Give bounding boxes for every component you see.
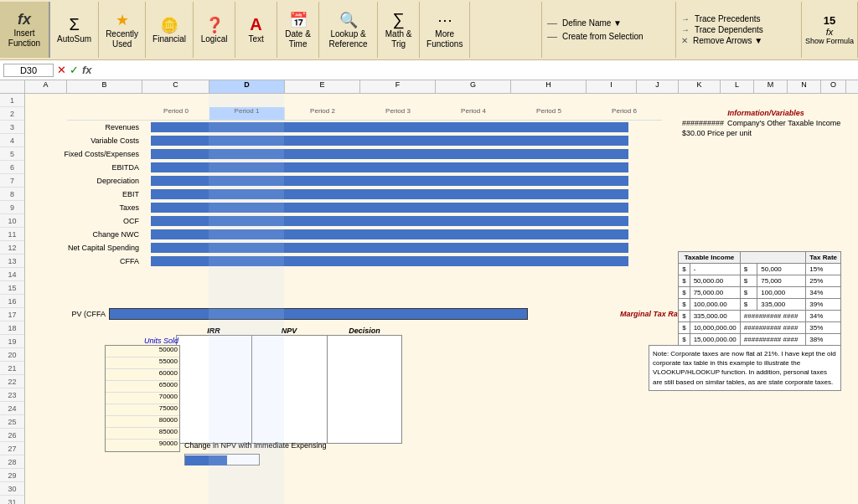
lookup-reference-button[interactable]: 🔍 Lookup & Reference <box>319 2 378 58</box>
col-header-h[interactable]: H <box>511 80 587 93</box>
logical-label: Logical <box>201 34 228 44</box>
financial-button[interactable]: 🪙 Financial <box>146 2 194 58</box>
col-header-d[interactable]: D <box>209 80 285 93</box>
row-num-9: 9 <box>0 201 24 214</box>
note-box: Note: Corporate taxes are now flat at 21… <box>649 345 841 391</box>
row-num-17: 17 <box>0 308 24 321</box>
row-num-27: 27 <box>0 442 24 455</box>
create-from-selection-button[interactable]: — Create from Selection <box>547 31 670 43</box>
unit-60000: 60000 <box>106 369 179 381</box>
star-icon: ★ <box>116 11 129 29</box>
insert-function-button[interactable]: fx Insert Function <box>0 2 50 58</box>
cffa-label: CFFA <box>25 257 142 265</box>
cancel-icon[interactable]: ✕ <box>57 64 66 76</box>
row-num-10: 10 <box>0 214 24 228</box>
col-header-a[interactable]: A <box>25 80 67 93</box>
col-header-n[interactable]: N <box>788 80 821 93</box>
unit-80000: 80000 <box>106 416 179 428</box>
units-sold-body: 50000 55000 60000 65000 70000 75000 8000… <box>105 345 180 452</box>
unit-75000: 75000 <box>106 404 179 416</box>
create-from-selection-label: Create from Selection <box>562 32 644 41</box>
lookup-icon: 🔍 <box>339 11 358 29</box>
col-header-i[interactable]: I <box>587 80 637 93</box>
confirm-icon[interactable]: ✓ <box>70 64 79 76</box>
fixed-costs-bar <box>151 149 628 159</box>
recently-used-button[interactable]: ★ Recently Used <box>99 2 146 58</box>
unit-85000: 85000 <box>106 428 179 440</box>
remove-arrows-button[interactable]: ✕ Remove Arrows ▼ <box>681 36 796 45</box>
fx-formula-icon[interactable]: fx <box>82 64 92 76</box>
cell-reference-input[interactable] <box>3 64 54 77</box>
tax-row-4: $100,000.00 $335,000 39% <box>679 299 841 311</box>
trace-precedents-button[interactable]: → Trace Precedents <box>681 14 796 23</box>
tax-row-7: $15,000,000.00 ########## #### 38% <box>679 334 841 346</box>
col-header-m[interactable]: M <box>754 80 788 93</box>
col-header-k[interactable]: K <box>679 80 721 93</box>
main-toolbar: fx Insert Function Σ AutoSum ★ Recently … <box>0 0 858 60</box>
change-nwc-row: Change NWC <box>25 228 858 241</box>
ebitda-row: EBITDA <box>25 161 858 174</box>
col-header-o[interactable]: O <box>821 80 846 93</box>
col-header-e[interactable]: E <box>285 80 360 93</box>
formula-input[interactable] <box>96 64 855 76</box>
text-button[interactable]: A Text <box>235 2 277 58</box>
row-num-13: 13 <box>0 255 24 268</box>
variable-costs-bar <box>151 136 628 146</box>
row-num-24: 24 <box>0 402 24 415</box>
trace-dependents-icon: → <box>681 25 690 34</box>
col-header-b[interactable]: B <box>67 80 142 93</box>
depreciation-bar <box>151 176 628 186</box>
col-header-f[interactable]: F <box>360 80 436 93</box>
col-header-g[interactable]: G <box>436 80 511 93</box>
text-icon: A <box>250 15 261 34</box>
show-formula-button[interactable]: 15 fx Show Formula <box>802 2 858 58</box>
date-time-button[interactable]: 📅 Date & Time <box>277 2 319 58</box>
unit-55000: 55000 <box>106 357 179 369</box>
irr-npv-headers: IRR NPV Decision <box>176 327 402 335</box>
change-nwc-bar <box>151 229 628 239</box>
ncs-label: Net Capital Spending <box>25 244 142 252</box>
math-trig-label: Math & Trig <box>385 29 412 49</box>
info-company-label: Company's Other Taxable Income <box>727 119 840 127</box>
npv-col <box>252 336 328 443</box>
lookup-reference-label: Lookup & Reference <box>329 29 368 49</box>
row-num-22: 22 <box>0 375 24 388</box>
math-trig-button[interactable]: ∑ Math & Trig <box>378 2 420 58</box>
define-name-button[interactable]: — Define Name ▼ <box>547 18 670 29</box>
trace-dependents-button[interactable]: → Trace Dependents <box>681 25 796 34</box>
note-text: Note: Corporate taxes are now flat at 21… <box>653 350 836 386</box>
logical-button[interactable]: ❓ Logical <box>194 2 235 58</box>
financial-icon: 🪙 <box>160 16 178 34</box>
tax-row-2: $50,000.00 $75,000 25% <box>679 275 841 287</box>
autosum-button[interactable]: Σ AutoSum <box>50 2 99 58</box>
ncs-bar <box>151 243 628 253</box>
irr-npv-section: IRR NPV Decision <box>176 327 402 444</box>
row-num-header <box>0 80 25 93</box>
row-num-30: 30 <box>0 482 24 496</box>
col-header-c[interactable]: C <box>142 80 209 93</box>
pv-label: PV (CFFA <box>25 310 109 318</box>
row-num-5: 5 <box>0 147 24 161</box>
financial-label: Financial <box>152 34 186 44</box>
row-num-2: 2 <box>0 107 24 121</box>
sigma-icon: Σ <box>69 15 79 34</box>
recently-used-label: Recently Used <box>106 29 138 49</box>
info-section: Information/Variables ########## Company… <box>682 109 850 137</box>
row-numbers-sidebar: 1234567891011121314151617181920212223242… <box>0 94 25 504</box>
tax-table: Taxable Income Tax Rate $- $50,000 15% $… <box>678 251 841 357</box>
row-num-20: 20 <box>0 348 24 362</box>
units-sold-section: Units Sold 50000 55000 60000 65000 70000… <box>105 337 180 452</box>
depreciation-row: Depreciation <box>25 174 858 188</box>
col-header-j[interactable]: J <box>637 80 679 93</box>
change-npv-label: Change in NPV with Immediate Expensing <box>184 441 327 450</box>
row-num-1: 1 <box>0 94 24 107</box>
irr-col <box>177 336 252 443</box>
col-header-l[interactable]: L <box>721 80 754 93</box>
ebitda-label: EBITDA <box>25 163 142 172</box>
fixed-costs-label: Fixed Costs/Expenses <box>25 150 142 158</box>
fixed-costs-row: Fixed Costs/Expenses <box>25 147 858 161</box>
row-num-16: 16 <box>0 295 24 308</box>
more-functions-button[interactable]: ⋯ More Functions <box>420 2 470 58</box>
logical-icon: ❓ <box>205 16 224 34</box>
irr-npv-body <box>176 335 402 444</box>
